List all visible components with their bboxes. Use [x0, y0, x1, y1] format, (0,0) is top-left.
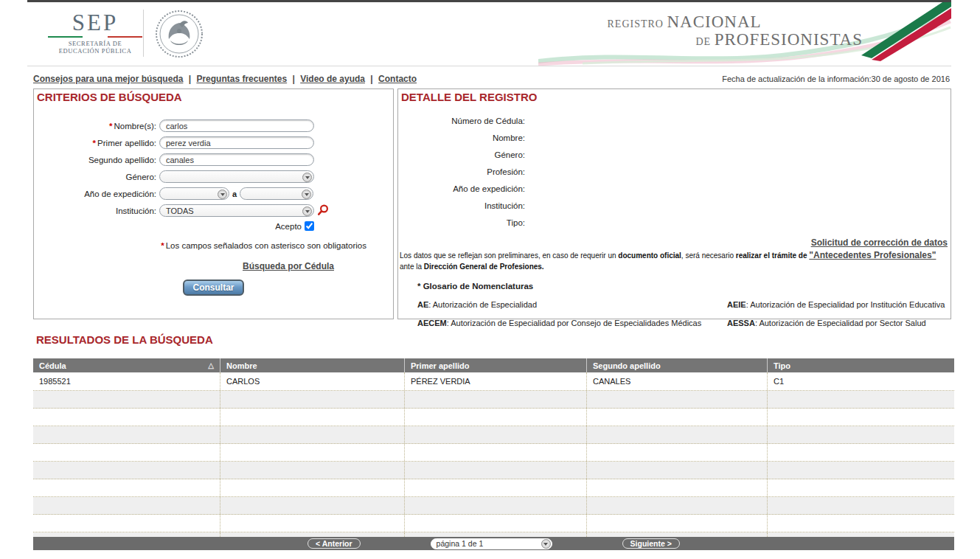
required-note: *Los campos señalados con asterisco son …	[34, 241, 393, 250]
nav-row: Consejos para una mejor búsqueda | Pregu…	[27, 66, 951, 88]
anio-hasta-select[interactable]	[240, 187, 313, 200]
glossary-title: * Glosario de Nomenclaturas	[417, 282, 951, 291]
glossary-item-aecem: AECEM: Autorización de Especialidad por …	[417, 319, 727, 327]
detail-label-cedula: Número de Cédula:	[398, 117, 525, 125]
correction-link-row: Solicitud de corrección de datos	[398, 235, 951, 249]
nav-separator: |	[367, 74, 375, 84]
detail-label-profesion: Profesión:	[398, 167, 525, 176]
required-marker: *	[109, 122, 112, 131]
glossary-item-ae: AE: Autorización de Especialidad	[417, 300, 727, 309]
solicitud-correccion-link[interactable]: Solicitud de corrección de datos	[811, 237, 948, 248]
results-title: RESULTADOS DE LA BÚSQUEDA	[36, 333, 951, 346]
detail-label-institucion: Institución:	[398, 201, 525, 210]
form-row-nombre: *Nombre(s):	[34, 119, 393, 132]
segundo-apellido-input[interactable]	[159, 153, 314, 166]
page-selected-value: página 1 de 1	[437, 539, 484, 548]
primer-apellido-input[interactable]	[159, 136, 314, 149]
previous-page-button[interactable]: < Anterior	[307, 538, 361, 549]
glossary-item-aessa: AESSA: Autorización de Especialidad por …	[727, 319, 951, 327]
page-select[interactable]: página 1 de 1	[431, 538, 552, 549]
empty-table-row	[33, 391, 954, 409]
table-row[interactable]: 1985521 CARLOS PÉREZ VERDIA CANALES C1	[33, 372, 954, 391]
sep-caption-line2: EDUCACIÓN PÚBLICA	[46, 47, 144, 55]
antecedentes-profesionales-link[interactable]: "Antecedentes Profesionales"	[809, 250, 936, 260]
sep-acronym: SEP	[46, 11, 144, 35]
cell-primer-apellido: PÉREZ VERDIA	[404, 372, 586, 390]
sep-flag-line	[48, 35, 142, 38]
results-table-header: Cédula △ Nombre Primer apellido Segundo …	[33, 358, 954, 372]
detail-label-anio: Año de expedición:	[398, 184, 525, 193]
nav-separator: |	[186, 74, 194, 84]
empty-table-row	[33, 515, 954, 532]
search-form: *Nombre(s): *Primer apellido: Segundo ap…	[34, 119, 393, 296]
sort-ascending-icon[interactable]: △	[208, 361, 214, 369]
nombre-input[interactable]	[159, 119, 314, 132]
institucion-selected-value: TODAS	[166, 206, 194, 215]
nombre-label: Nombre(s):	[114, 122, 156, 131]
column-header-segundo-apellido[interactable]: Segundo apellido	[586, 358, 767, 372]
busqueda-por-cedula-link[interactable]: Búsqueda por Cédula	[243, 261, 334, 271]
column-header-nombre[interactable]: Nombre	[220, 358, 404, 372]
form-row-institucion: Institución: TODAS	[34, 204, 393, 217]
nav-link-preguntas[interactable]: Preguntas frecuentes	[196, 74, 287, 84]
logo-divider	[143, 10, 144, 57]
anio-desde-select[interactable]	[159, 187, 229, 200]
empty-table-row	[33, 479, 954, 497]
mexico-coat-of-arms-icon	[153, 7, 206, 61]
consultar-button[interactable]: Consultar	[183, 280, 243, 296]
nav-separator: |	[290, 74, 298, 84]
column-header-primer-apellido[interactable]: Primer apellido	[404, 358, 586, 372]
chevron-down-icon[interactable]	[302, 173, 312, 182]
column-header-cedula[interactable]: Cédula △	[33, 358, 220, 372]
brand-profesionistas: PROFESIONISTAS	[715, 30, 863, 49]
anio-label: Año de expedición:	[34, 190, 159, 198]
detail-label-tipo: Tipo:	[398, 218, 525, 227]
update-date: Fecha de actualización de la información…	[722, 74, 950, 83]
required-marker: *	[161, 241, 164, 250]
disclaimer-text: Los datos que se reflejan son preliminar…	[398, 249, 951, 272]
chevron-down-icon[interactable]	[302, 206, 312, 216]
form-row-anio: Año de expedición: a	[34, 187, 393, 200]
acepto-row: Acepto	[34, 221, 393, 231]
results-table: Cédula △ Nombre Primer apellido Segundo …	[33, 358, 954, 550]
empty-table-row	[33, 426, 954, 444]
detail-label-genero: Género:	[398, 150, 525, 159]
chevron-down-icon[interactable]	[541, 539, 551, 549]
empty-table-row	[33, 462, 954, 479]
form-row-genero: Género:	[34, 170, 393, 183]
cell-segundo-apellido: CANALES	[586, 372, 767, 390]
segundo-apellido-label: Segundo apellido:	[34, 156, 159, 164]
chevron-down-icon[interactable]	[302, 190, 311, 199]
genero-label: Género:	[34, 173, 159, 181]
search-icon[interactable]	[316, 204, 329, 217]
column-header-tipo[interactable]: Tipo	[767, 358, 954, 372]
glossary-item-aeie: AEIE: Autorización de Especialidad por I…	[727, 300, 951, 309]
glossary-list: AE: Autorización de Especialidad AEIE: A…	[417, 300, 951, 327]
institucion-select[interactable]: TODAS	[159, 204, 314, 217]
form-row-primer-apellido: *Primer apellido:	[34, 136, 393, 149]
nav-link-video[interactable]: Video de ayuda	[300, 74, 365, 84]
detail-fields: Número de Cédula: Nombre: Género: Profes…	[398, 117, 951, 227]
panels-row: CRITERIOS DE BÚSQUEDA *Nombre(s): *Prime…	[27, 88, 951, 319]
submit-row: Consultar	[34, 280, 393, 296]
form-row-segundo-apellido: Segundo apellido:	[34, 153, 393, 166]
pagination-bar: < Anterior página 1 de 1 Siguiente >	[33, 537, 954, 550]
nav-link-consejos[interactable]: Consejos para una mejor búsqueda	[33, 74, 183, 84]
institucion-label: Institución:	[34, 206, 159, 215]
record-detail-panel: DETALLE DEL REGISTRO Número de Cédula: N…	[397, 88, 951, 319]
next-page-button[interactable]: Siguiente >	[622, 538, 680, 549]
search-criteria-panel: CRITERIOS DE BÚSQUEDA *Nombre(s): *Prime…	[33, 88, 394, 319]
required-marker: *	[93, 139, 96, 147]
acepto-checkbox[interactable]	[305, 221, 314, 231]
chevron-down-icon[interactable]	[218, 190, 227, 199]
anio-connector: a	[232, 190, 237, 198]
empty-table-row	[33, 444, 954, 462]
nav-links: Consejos para una mejor búsqueda | Pregu…	[33, 74, 417, 84]
primer-apellido-label: Primer apellido:	[97, 139, 156, 147]
cell-cedula: 1985521	[33, 372, 220, 390]
genero-select[interactable]	[159, 170, 314, 183]
cell-nombre: CARLOS	[220, 372, 404, 390]
nav-link-contacto[interactable]: Contacto	[378, 74, 417, 84]
cedula-link-row: Búsqueda por Cédula	[34, 259, 393, 272]
detail-panel-title: DETALLE DEL REGISTRO	[398, 89, 951, 105]
